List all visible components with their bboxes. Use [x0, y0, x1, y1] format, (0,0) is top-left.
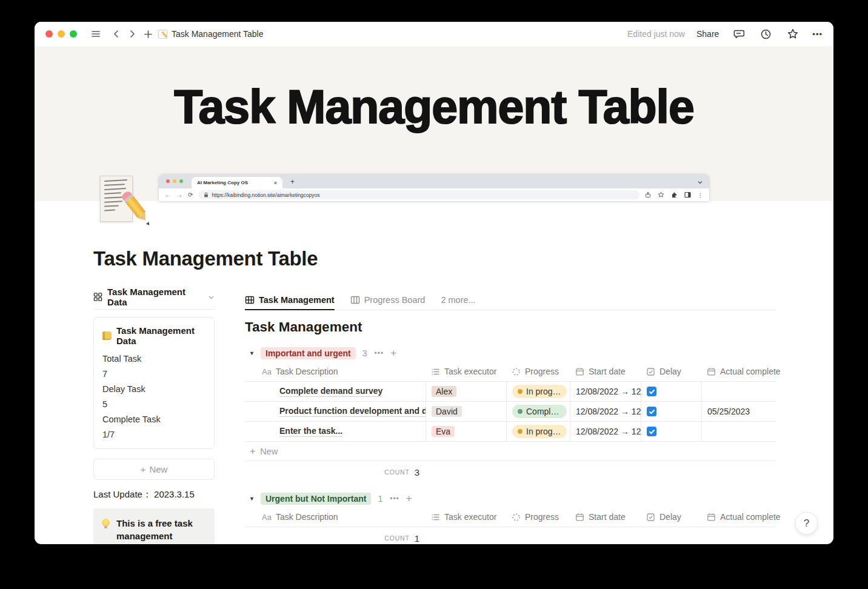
calendar-icon — [707, 513, 716, 522]
group-options-icon[interactable]: ••• — [390, 494, 399, 503]
group-add-icon[interactable]: + — [390, 347, 396, 359]
progress-cell[interactable]: In progress — [506, 382, 570, 401]
browser-kebab-icon: ⋮ — [698, 192, 703, 198]
status-property-icon — [512, 513, 521, 522]
column-actual-complete[interactable]: Actual complete — [701, 507, 798, 527]
task-title-cell[interactable]: Complete demand survey — [245, 382, 426, 401]
column-actual-complete[interactable]: Actual complete — [701, 362, 798, 381]
group-toggle-triangle-icon[interactable]: ▼ — [245, 496, 261, 502]
share-button[interactable]: Share — [696, 29, 719, 39]
back-icon[interactable] — [109, 26, 124, 42]
column-start-date[interactable]: Start date — [570, 507, 641, 527]
info-callout: This is a free task management system. — [93, 508, 215, 544]
column-delay[interactable]: Delay — [641, 362, 701, 381]
column-start-date[interactable]: Start date — [570, 362, 641, 381]
calendar-icon — [707, 367, 716, 376]
select-property-icon — [431, 367, 440, 376]
column-delay[interactable]: Delay — [641, 507, 701, 527]
column-task-executor[interactable]: Task executor — [426, 507, 506, 527]
data-summary-card[interactable]: Task Management Data Total Task 7 Delay … — [93, 317, 215, 449]
minimize-window-button[interactable] — [58, 30, 65, 38]
browser-min-dot — [173, 179, 176, 183]
browser-toolbar-icons: ⋮ — [645, 191, 703, 198]
browser-url: https://kaibinding.notion.site/aimarketi… — [212, 192, 319, 198]
table-view-area: Task Management Progress Board 2 more...… — [245, 291, 776, 544]
sidebar-divider — [93, 309, 215, 310]
checkbox-property-icon — [646, 513, 655, 522]
tab-task-management[interactable]: Task Management — [245, 291, 335, 310]
column-progress[interactable]: Progress — [506, 507, 570, 527]
group-toggle-triangle-icon[interactable]: ▼ — [245, 350, 261, 356]
task-title-cell[interactable]: Enter the task... — [245, 422, 426, 441]
start-date-cell[interactable]: 12/08/2022 → 12/08/2022 — [570, 422, 641, 441]
delay-cell[interactable] — [641, 422, 701, 441]
executor-cell[interactable]: Alex — [426, 382, 506, 401]
tab-more-views[interactable]: 2 more... — [441, 291, 475, 310]
new-card-button[interactable]: + New — [93, 459, 215, 480]
page-title[interactable]: Task Management Table — [93, 247, 318, 270]
checkbox-property-icon — [646, 367, 655, 376]
help-button[interactable]: ? — [795, 512, 818, 534]
status-property-icon — [512, 367, 521, 376]
task-title-cell[interactable]: Product function development and design — [245, 402, 426, 421]
progress-cell[interactable]: In progress — [506, 422, 570, 441]
more-options-icon[interactable]: ••• — [812, 30, 823, 39]
table-header-row: Aa Task Description Task executor Progre… — [245, 362, 776, 382]
executor-cell[interactable]: Eva — [426, 422, 506, 441]
new-page-plus-icon[interactable] — [140, 26, 156, 42]
breadcrumb[interactable]: Task Management Table — [158, 29, 264, 39]
traffic-lights — [45, 30, 77, 38]
column-task-description[interactable]: Aa Task Description — [245, 362, 426, 381]
column-task-executor[interactable]: Task executor — [426, 362, 506, 381]
group-count-row[interactable]: COUNT 1 — [245, 527, 426, 544]
column-progress[interactable]: Progress — [506, 362, 570, 381]
stat-label: Complete Task — [102, 412, 205, 427]
card-title: Task Management Data — [116, 325, 205, 346]
callout-text: This is a free task management system. — [116, 517, 201, 544]
executor-tag: David — [432, 406, 462, 417]
column-task-description[interactable]: Aa Task Description — [245, 507, 426, 527]
favorite-star-icon[interactable] — [785, 26, 801, 42]
progress-cell[interactable]: Completed — [506, 402, 570, 421]
table-row: Product function development and design … — [245, 402, 776, 422]
progress-pill: In progress — [512, 385, 567, 398]
group-options-icon[interactable]: ••• — [375, 349, 384, 358]
sidepanel-icon — [684, 191, 691, 198]
executor-tag: Eva — [432, 426, 455, 437]
history-clock-icon[interactable] — [758, 26, 773, 42]
new-row-button[interactable]: + New — [245, 442, 776, 461]
delay-cell[interactable] — [641, 402, 701, 421]
stat-value: 5 — [102, 397, 205, 412]
table-header-row: Aa Task Description Task executor Progre… — [245, 507, 776, 527]
titlebar: Task Management Table Edited just now Sh… — [35, 22, 833, 46]
forward-icon[interactable] — [124, 26, 140, 42]
table-view-icon — [245, 295, 255, 305]
actual-date-cell[interactable] — [701, 382, 798, 401]
executor-cell[interactable]: David — [426, 402, 506, 421]
cover-big-title: Task Management Table — [35, 80, 833, 134]
tab-progress-board[interactable]: Progress Board — [350, 291, 426, 310]
view-tabs: Task Management Progress Board 2 more... — [245, 291, 776, 310]
group-tag[interactable]: Important and urgent — [261, 347, 356, 359]
browser-address-bar: https://kaibinding.notion.site/aimarketi… — [198, 190, 639, 199]
gallery-view-title: Task Management Data — [107, 287, 202, 307]
group-count-row[interactable]: COUNT 3 — [245, 461, 426, 483]
start-date-cell[interactable]: 12/08/2022 → 12/08/2022 — [570, 382, 641, 401]
actual-date-cell[interactable]: 05/25/2023 — [701, 402, 798, 421]
sidebar-menu-icon[interactable] — [88, 26, 104, 42]
memo-page-icon — [158, 30, 167, 39]
breadcrumb-title: Task Management Table — [172, 29, 264, 39]
zoom-window-button[interactable] — [70, 30, 77, 38]
close-window-button[interactable] — [45, 30, 53, 38]
gallery-view-header[interactable]: Task Management Data — [93, 288, 215, 305]
progress-pill: In progress — [512, 425, 567, 438]
start-date-cell[interactable]: 12/08/2022 → 12/08/2022 — [570, 402, 641, 421]
browser-traffic-lights — [166, 179, 183, 183]
group-tag[interactable]: Urgent but Not Important — [261, 493, 371, 505]
actual-date-cell[interactable] — [701, 422, 798, 441]
comments-icon[interactable] — [730, 26, 746, 42]
group-add-icon[interactable]: + — [406, 493, 412, 505]
delay-cell[interactable] — [641, 382, 701, 401]
calendar-icon — [575, 513, 584, 522]
page-icon-memo[interactable] — [98, 175, 139, 225]
